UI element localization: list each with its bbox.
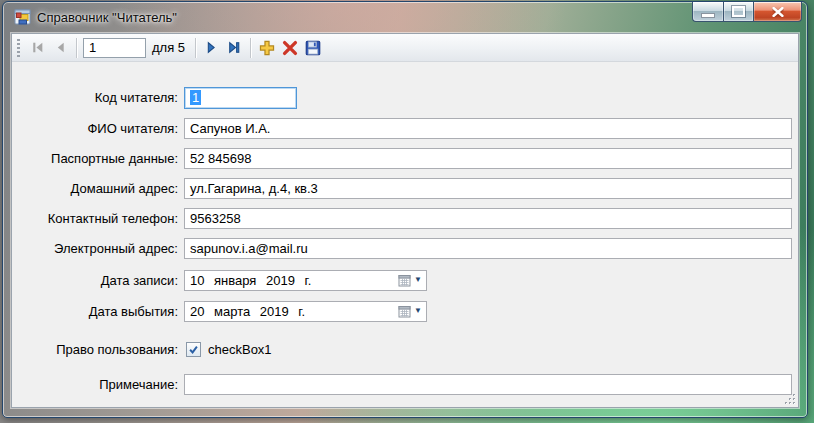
- record-date-picker[interactable]: 10 января 2019 г. ▼: [184, 270, 427, 291]
- save-button[interactable]: [301, 36, 324, 59]
- move-previous-icon: [52, 39, 69, 56]
- delete-button[interactable]: [278, 36, 301, 59]
- window-title: Справочник "Читатель": [37, 10, 177, 25]
- checkbox-label: checkBox1: [208, 342, 272, 357]
- minimize-icon: [701, 13, 715, 18]
- add-plus-icon: [258, 39, 276, 57]
- resize-grip[interactable]: [783, 392, 796, 405]
- winforms-app-icon: [14, 9, 31, 26]
- leave-date-picker[interactable]: 20 марта 2019 г. ▼: [184, 301, 427, 322]
- passport-input[interactable]: 52 845698: [184, 148, 792, 169]
- position-input[interactable]: [83, 38, 146, 58]
- field-label-note: Примечание:: [12, 377, 178, 392]
- note-input[interactable]: [184, 374, 792, 395]
- toolbar-grip-handle[interactable]: [17, 39, 20, 57]
- record-count-label: для 5: [152, 40, 185, 55]
- toolbar-separator: [195, 38, 196, 58]
- home-address-input[interactable]: ул.Гагарина, д.4, кв.3: [184, 178, 792, 199]
- delete-x-icon: [281, 39, 299, 57]
- close-icon: [772, 7, 784, 17]
- client-area: для 5: [11, 33, 799, 408]
- field-label-record-date: Дата записи:: [12, 273, 178, 288]
- window-controls: [692, 2, 802, 22]
- phone-input[interactable]: 9563258: [184, 208, 792, 229]
- move-next-icon: [203, 39, 220, 56]
- app-window: Справочник "Читатель": [2, 1, 808, 418]
- move-previous-button[interactable]: [49, 36, 72, 59]
- date-picker-button[interactable]: ▼: [398, 273, 422, 287]
- move-next-button[interactable]: [200, 36, 223, 59]
- save-floppy-icon: [304, 39, 322, 57]
- minimize-button[interactable]: [692, 2, 723, 22]
- move-last-button[interactable]: [223, 36, 246, 59]
- move-last-icon: [226, 39, 243, 56]
- field-label-phone: Контактный телефон:: [12, 211, 178, 226]
- add-new-button[interactable]: [255, 36, 278, 59]
- email-input[interactable]: sapunov.i.a@mail.ru: [184, 238, 792, 259]
- chevron-down-icon: ▼: [414, 273, 422, 287]
- desktop-background: Справочник "Читатель": [0, 0, 814, 423]
- move-first-button[interactable]: [26, 36, 49, 59]
- reader-code-input[interactable]: 1: [184, 87, 297, 109]
- close-button[interactable]: [754, 2, 802, 22]
- field-label-passport: Паспортные данные:: [12, 151, 178, 166]
- calendar-icon: [398, 274, 411, 287]
- field-label-home-address: Домашний адрес:: [12, 181, 178, 196]
- field-label-email: Электронный адрес:: [12, 241, 178, 256]
- toolbar-separator: [250, 38, 251, 58]
- selected-text: 1: [190, 90, 201, 105]
- toolbar-separator: [76, 38, 77, 58]
- checkmark-icon: [188, 344, 199, 355]
- calendar-icon: [398, 305, 411, 318]
- chevron-down-icon: ▼: [414, 304, 422, 318]
- usage-right-checkbox[interactable]: [186, 342, 201, 357]
- binding-navigator-toolbar: для 5: [12, 34, 798, 62]
- field-label-leave-date: Дата выбытия:: [12, 304, 178, 319]
- field-label-reader-code: Код читателя:: [12, 90, 178, 105]
- date-picker-button[interactable]: ▼: [398, 304, 422, 318]
- field-label-reader-name: ФИО читателя:: [12, 121, 178, 136]
- titlebar: Справочник "Читатель": [3, 2, 807, 33]
- maximize-button[interactable]: [723, 2, 754, 22]
- maximize-icon: [732, 6, 745, 17]
- field-label-usage-right: Право пользования:: [12, 342, 178, 357]
- move-first-icon: [29, 39, 46, 56]
- reader-name-input[interactable]: Сапунов И.А.: [184, 118, 792, 139]
